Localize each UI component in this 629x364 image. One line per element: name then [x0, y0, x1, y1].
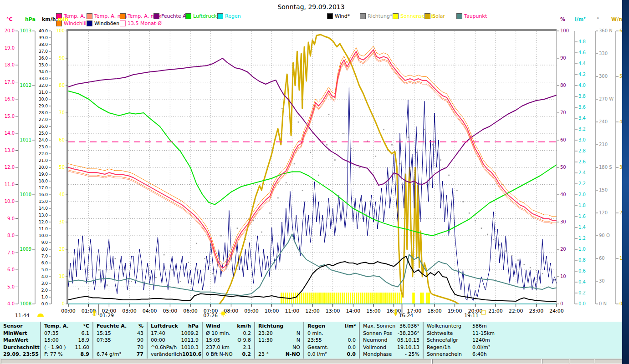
svg-text:04:00: 04:00 — [143, 308, 157, 314]
cell-value: 36,036° — [399, 323, 419, 330]
svg-text:3.6: 3.6 — [578, 105, 586, 110]
data-row: 00:001011.9 — [148, 337, 202, 344]
svg-text:4.2: 4.2 — [578, 72, 586, 77]
status-panel-3 — [570, 359, 594, 364]
cell-label: 15:05 — [206, 337, 220, 344]
svg-text:4.0: 4.0 — [578, 83, 586, 88]
axis-min: 0102030405060708090100 — [56, 28, 68, 306]
svg-text:2.6: 2.6 — [578, 159, 586, 164]
cell-value: N-NO — [286, 351, 300, 358]
extra-row: Sichtweite11-15km — [424, 330, 622, 337]
svg-text:80: 80 — [560, 83, 566, 88]
svg-text:16:24: 16:24 — [399, 313, 414, 318]
cell-label: 17:40 — [151, 330, 165, 337]
svg-text:6.0: 6.0 — [41, 261, 48, 265]
svg-text:22.0: 22.0 — [39, 152, 48, 156]
svg-text:14:00: 14:00 — [346, 308, 360, 314]
status-panel-2 — [542, 359, 569, 364]
cell-value: 8.9 — [81, 351, 90, 358]
cell-label: Neumond — [363, 337, 387, 344]
svg-text:16.0: 16.0 — [5, 96, 15, 101]
data-row: Ø 10 min.0.2 — [203, 330, 254, 337]
chart-series-windb-en — [68, 88, 557, 301]
cell-value: 0.0 — [347, 351, 356, 358]
svg-text:19.0: 19.0 — [39, 172, 48, 177]
svg-text:12:00: 12:00 — [305, 308, 320, 314]
svg-text:03:00: 03:00 — [122, 308, 137, 314]
cell-value: N — [297, 337, 300, 344]
data-row: 0.0 l/m²0.0 — [304, 351, 359, 358]
cell-value: 0.0 — [348, 337, 356, 344]
svg-text:19:11: 19:11 — [464, 313, 479, 318]
svg-text:1.2: 1.2 — [578, 236, 586, 241]
svg-text:13.0: 13.0 — [39, 213, 48, 217]
cell-value: 1009.2 — [181, 330, 199, 337]
data-row: 23:550.0 — [304, 337, 359, 344]
cell-value: 0.0 — [348, 344, 356, 351]
axis-pct: 0102030405060708090100 — [557, 28, 569, 306]
column-header: Windkm/h — [203, 323, 254, 330]
cell-label: Sensor — [3, 323, 23, 330]
cell-value: 70 — [137, 344, 143, 351]
cell-value: N — [297, 330, 300, 337]
column-feuchte-a-: Feuchte A.%15:154307:3590706.74 g/m³77 — [92, 322, 147, 359]
cell-value: O 9.8 — [237, 337, 251, 344]
svg-text:0: 0 — [62, 301, 65, 306]
cell-value: 0.2 — [243, 330, 251, 337]
cell-value: hPa — [188, 323, 199, 330]
data-row: 6.74 g/m³77 — [93, 351, 147, 358]
svg-text:15.0: 15.0 — [39, 199, 48, 204]
svg-text:11.0: 11.0 — [5, 182, 15, 187]
cell-label: F: 77 % — [44, 351, 63, 358]
cell-value: -38,236° — [398, 330, 419, 337]
cell-value: 77 — [137, 351, 143, 358]
cell-value: 11.60 — [75, 344, 90, 351]
data-row: 0 Bft N-NO0.2 — [203, 351, 254, 358]
svg-text:4.6: 4.6 — [578, 50, 586, 55]
svg-text:50: 50 — [59, 165, 65, 170]
svg-text:3.8: 3.8 — [578, 94, 586, 99]
svg-text:1010: 1010 — [20, 192, 31, 197]
axis-lm2: 0.00.20.40.60.81.01.21.41.61.82.02.22.42… — [575, 31, 586, 306]
svg-text:40: 40 — [59, 192, 65, 197]
svg-text:38.0: 38.0 — [39, 42, 48, 47]
status-bar — [0, 359, 622, 364]
cell-label: MinWert — [3, 330, 27, 337]
svg-text:2.0: 2.0 — [41, 288, 48, 293]
cell-value: 6.1 — [82, 330, 90, 337]
column-wind: Windkm/hØ 10 min.0.215:05O 9.8237.0 km2.… — [202, 322, 254, 359]
svg-text:23:00: 23:00 — [529, 308, 543, 314]
cell-value: % — [138, 323, 143, 330]
svg-text:11:44: 11:44 — [15, 313, 30, 318]
cell-label: Durchschnitt — [3, 344, 40, 351]
svg-text:7.0: 7.0 — [41, 254, 48, 258]
svg-text:12.0: 12.0 — [5, 165, 15, 170]
cell-value: 586m — [472, 323, 487, 330]
svg-text:0.2: 0.2 — [578, 290, 586, 295]
svg-text:3.0: 3.0 — [578, 137, 586, 142]
svg-text:22:00: 22:00 — [509, 308, 523, 314]
svg-text:90: 90 — [59, 56, 65, 61]
column-header: Temp. A.°C — [41, 323, 92, 330]
svg-text:14.0: 14.0 — [5, 131, 15, 136]
row-label: MinWert — [0, 330, 40, 337]
data-row: veränderlich1010.6 — [148, 351, 202, 358]
svg-text:21:00: 21:00 — [488, 308, 503, 314]
data-row: 15:05O 9.8 — [203, 337, 254, 344]
svg-text:20.0: 20.0 — [39, 165, 48, 170]
svg-text:2.8: 2.8 — [578, 148, 586, 153]
cell-label: ^0.6hPa/h — [151, 344, 177, 351]
svg-text:33.0: 33.0 — [39, 76, 48, 81]
svg-text:3.0: 3.0 — [41, 281, 48, 286]
svg-text:0 N: 0 N — [599, 301, 607, 306]
svg-text:60: 60 — [560, 137, 566, 142]
svg-text:18:00: 18:00 — [427, 308, 442, 314]
svg-text:20.0: 20.0 — [5, 28, 15, 33]
extra-row: Sonnenschein6:40h — [424, 351, 622, 358]
astro-row: Mondphase- 25% — [360, 351, 423, 358]
svg-text:40.0: 40.0 — [39, 29, 48, 33]
axis-hpa: 100810091010101110121013 — [20, 28, 35, 306]
svg-text:30.0: 30.0 — [39, 97, 48, 101]
svg-text:08:00: 08:00 — [224, 308, 238, 314]
x-axis: 00:0001:0002:0003:0004:0005:0006:0007:00… — [61, 304, 564, 314]
